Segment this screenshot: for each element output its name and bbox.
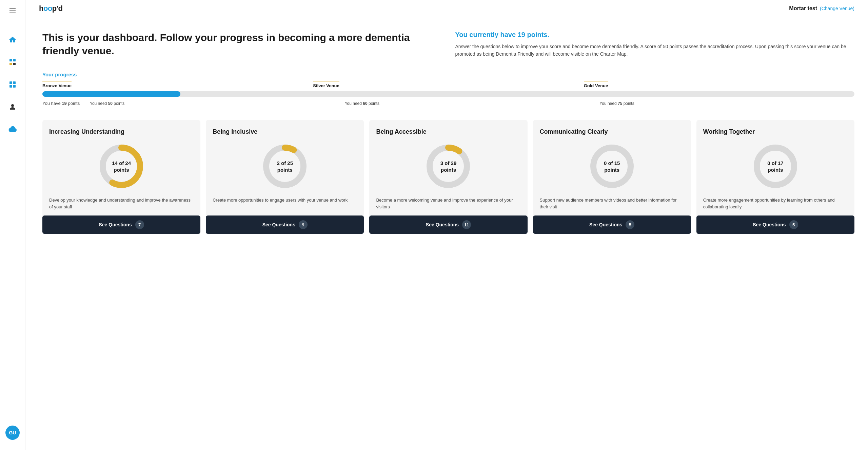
donut-3: 0 of 15points [540,143,684,190]
donut-1: 2 of 25points [213,143,357,190]
svg-rect-7 [9,81,12,84]
hero-title-block: This is your dashboard. Follow your prog… [42,31,442,58]
donut-label-2: 3 of 29points [440,160,457,173]
donut-wrapper-1: 2 of 25points [261,143,309,190]
user-icon[interactable] [6,101,19,113]
question-count-badge-4: 5 [789,220,798,229]
cloud-icon[interactable] [6,123,19,135]
svg-rect-3 [9,59,12,61]
milestone-bronze-need: You need 50 points [90,101,124,106]
see-questions-button-4[interactable]: See Questions 5 [696,215,854,234]
current-points: You have 19 points [42,98,80,106]
sidebar: GU [0,0,25,450]
venue-name: Mortar test [789,5,817,12]
donut-2: 3 of 29points [376,143,520,190]
see-questions-button-3[interactable]: See Questions 5 [533,215,691,234]
see-questions-label-3: See Questions [589,222,622,227]
card-title-4: Working Together [703,128,848,136]
user-avatar[interactable]: GU [5,426,20,440]
card-title-2: Being Accessible [376,128,520,136]
milestone-gold-label: Gold Venue [584,81,608,88]
hero-description: Answer the questions below to improve yo… [455,43,855,58]
card-desc-3: Support new audience members with videos… [540,197,684,210]
milestone-silver-need: You need 60 points [345,101,379,106]
header-right: Mortar test (Change Venue) [789,5,854,12]
card-desc-1: Create more opportunities to engage user… [213,197,357,210]
milestone-silver-label: Silver Venue [313,81,339,88]
donut-label-1: 2 of 25points [277,160,293,173]
header: hoop'd Mortar test (Change Venue) [25,0,868,17]
question-count-badge-3: 5 [626,220,634,229]
card-desc-0: Develop your knowledge and understanding… [49,197,194,210]
menu-icon[interactable] [8,7,17,17]
see-questions-button-2[interactable]: See Questions 11 [369,215,527,234]
donut-label-4: 0 of 17points [767,160,784,173]
card-title-3: Communicating Clearly [540,128,684,136]
svg-rect-9 [9,85,12,88]
card-title-0: Increasing Understanding [49,128,194,136]
donut-4: 0 of 17points [703,143,848,190]
card-2: Being Accessible 3 of 29points Become a … [369,120,527,234]
logo: hoop'd [39,4,62,13]
progress-bar-fill [42,91,180,97]
hero-info-block: You currently have 19 points. Answer the… [455,31,855,58]
see-questions-button-0[interactable]: See Questions 7 [42,215,200,234]
question-count-badge-1: 9 [299,220,308,229]
svg-rect-10 [13,85,16,88]
see-questions-label-1: See Questions [262,222,295,227]
see-questions-label-2: See Questions [426,222,459,227]
card-0: Increasing Understanding 14 of 24points … [42,120,200,234]
donut-wrapper-0: 14 of 24points [98,143,145,190]
donut-wrapper-2: 3 of 29points [425,143,472,190]
grid-icon[interactable] [6,56,19,68]
progress-section: Your progress Bronze Venue Silver Venue … [42,72,854,106]
card-desc-2: Become a more welcoming venue and improv… [376,197,520,210]
progress-bar [42,91,854,97]
card-desc-4: Create more engagement opportunities by … [703,197,848,210]
see-questions-button-1[interactable]: See Questions 9 [206,215,364,234]
donut-wrapper-3: 0 of 15points [588,143,636,190]
donut-label-3: 0 of 15points [604,160,620,173]
change-venue-link[interactable]: (Change Venue) [820,6,854,11]
question-count-badge-0: 7 [135,220,144,229]
logo-text: hoop'd [39,4,62,13]
milestone-gold-need: You need 75 points [599,101,634,106]
sidebar-nav [6,34,19,426]
content-area: This is your dashboard. Follow your prog… [25,17,868,450]
page-title: This is your dashboard. Follow your prog… [42,31,442,57]
cards-grid: Increasing Understanding 14 of 24points … [42,120,854,234]
hero-points-heading: You currently have 19 points. [455,31,855,39]
main-content: hoop'd Mortar test (Change Venue) This i… [25,0,868,450]
hero-section: This is your dashboard. Follow your prog… [42,31,854,58]
donut-0: 14 of 24points [49,143,194,190]
svg-rect-5 [9,63,12,65]
card-1: Being Inclusive 2 of 25points Create mor… [206,120,364,234]
progress-label: Your progress [42,72,854,77]
see-questions-label-4: See Questions [753,222,786,227]
svg-point-11 [11,104,14,107]
svg-rect-8 [13,81,16,84]
card-4: Working Together 0 of 17points Create mo… [696,120,854,234]
apps-icon[interactable] [6,78,19,91]
milestone-bronze-label: Bronze Venue [42,81,72,88]
question-count-badge-2: 11 [462,220,471,229]
home-icon[interactable] [6,34,19,46]
donut-wrapper-4: 0 of 17points [752,143,799,190]
donut-label-0: 14 of 24points [112,160,131,173]
card-title-1: Being Inclusive [213,128,357,136]
card-3: Communicating Clearly 0 of 15points Supp… [533,120,691,234]
svg-rect-6 [13,63,16,65]
svg-rect-4 [13,59,16,61]
see-questions-label-0: See Questions [99,222,132,227]
